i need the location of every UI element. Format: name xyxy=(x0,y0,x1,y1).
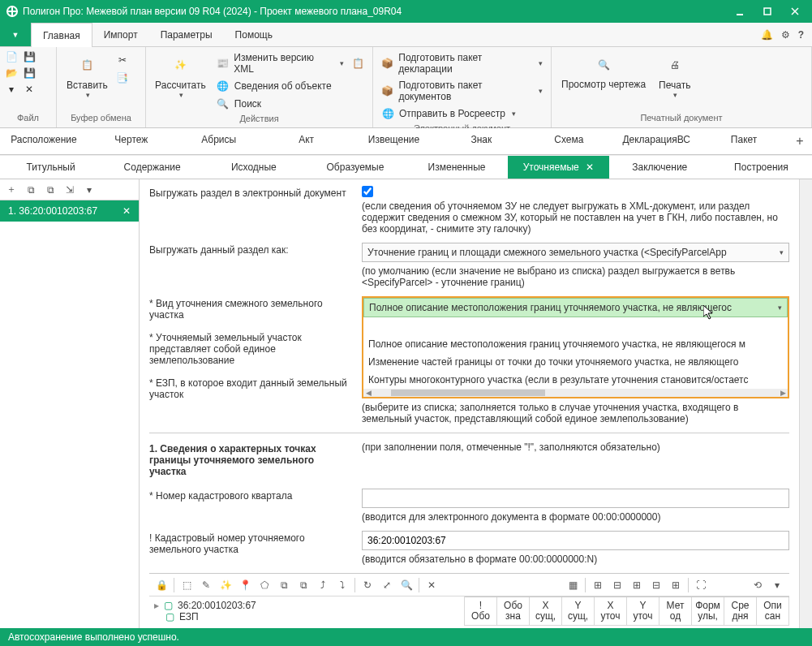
tab-refined[interactable]: Уточняемые✕ xyxy=(508,156,609,179)
tb-i5[interactable]: ⬠ xyxy=(257,578,272,592)
print-button[interactable]: 🖨 Печать▾ xyxy=(654,50,695,101)
dropdown-refine-type-selected[interactable]: Полное описание местоположения границ ут… xyxy=(363,298,788,317)
nav-add-icon[interactable]: ＋ xyxy=(5,183,18,196)
nav-dup-icon[interactable]: ⧉ xyxy=(44,183,57,196)
tb-g4[interactable]: ⊟ xyxy=(649,578,664,592)
tb-i10[interactable]: ↻ xyxy=(360,578,375,592)
copy-icon[interactable]: 📑 xyxy=(116,71,129,84)
grid-col[interactable]: Xуточ xyxy=(595,597,627,626)
tb-fullscreen-icon[interactable]: ⛶ xyxy=(694,578,708,592)
tab-add[interactable]: + xyxy=(788,128,812,154)
tb-i6[interactable]: ⧉ xyxy=(277,578,291,592)
tb-i9[interactable]: ⤵ xyxy=(335,578,350,592)
tb-dd-icon[interactable]: ▾ xyxy=(770,578,784,592)
input-cadnum[interactable] xyxy=(362,531,789,550)
prepare-docs-button[interactable]: 📦Подготовить пакет документов▾ xyxy=(378,78,546,104)
file-menu-button[interactable]: ▼ xyxy=(0,23,31,46)
tab-act[interactable]: Акт xyxy=(263,128,350,154)
tab-contents[interactable]: Содержание xyxy=(101,156,203,179)
search-button[interactable]: 🔍Поиск xyxy=(213,96,367,112)
saveas-icon[interactable]: 💾 xyxy=(23,67,36,80)
tb-i2[interactable]: ✎ xyxy=(199,578,213,592)
grid-col[interactable]: Yсущ, xyxy=(562,597,595,626)
checkbox-export-section[interactable] xyxy=(362,186,373,197)
tab-scheme[interactable]: Схема xyxy=(525,128,612,154)
grid-col[interactable]: Yуточ xyxy=(627,597,659,626)
tb-i11[interactable]: ⤢ xyxy=(380,578,394,592)
dropdown-option-1[interactable]: Полное описание местоположения границ ут… xyxy=(363,335,788,353)
tab-drawing[interactable]: Чертеж xyxy=(88,128,175,154)
tb-i1[interactable]: ⬚ xyxy=(179,578,194,592)
tab-sign[interactable]: Знак xyxy=(437,128,525,154)
tb-i7[interactable]: ⧉ xyxy=(296,578,311,592)
xml-version-button[interactable]: 📰Изменить версию XML▾📋 xyxy=(213,50,367,76)
open-icon[interactable]: 📂 xyxy=(5,67,18,80)
tb-g5[interactable]: ⊞ xyxy=(668,578,683,592)
minimize-button[interactable] xyxy=(729,3,750,19)
select-export-as[interactable]: Уточнение границ и площади смежного земе… xyxy=(362,243,789,262)
tb-i3[interactable]: ✨ xyxy=(218,578,233,592)
grid-col[interactable]: Средня xyxy=(724,597,757,626)
send-rosreestr-button[interactable]: 🌐Отправить в Росреестр▾ xyxy=(378,106,546,122)
dropdown-option-3[interactable]: Контуры многоконтурного участка (если в … xyxy=(363,371,788,389)
grid-col[interactable]: Формулы, xyxy=(692,597,724,626)
nav-item-parcel[interactable]: 1. 36:20:0010203:67 ✕ xyxy=(0,200,139,222)
tb-delete-icon[interactable]: ✕ xyxy=(424,578,439,592)
notifications-icon[interactable]: 🔔 xyxy=(761,29,773,41)
tab-conclusion[interactable]: Заключение xyxy=(609,156,711,179)
close-button[interactable] xyxy=(784,3,806,19)
tab-notice[interactable]: Извещение xyxy=(350,128,438,154)
close-tab-icon[interactable]: ✕ xyxy=(586,162,594,173)
nav-export-icon[interactable]: ⇲ xyxy=(63,183,76,196)
grid-col[interactable]: Xсущ, xyxy=(530,597,562,626)
settings-icon[interactable]: ⚙ xyxy=(781,29,790,41)
tb-lock-icon[interactable]: 🔒 xyxy=(154,578,169,592)
grid-col[interactable]: Обозна xyxy=(497,597,530,626)
xml-extra-icon[interactable]: 📋 xyxy=(352,57,364,70)
tree-row-2[interactable]: ▢ЕЗП xyxy=(154,611,459,622)
dropdown-option-2[interactable]: Изменение частей границы от точки до точ… xyxy=(363,353,788,371)
tab-abris[interactable]: Абрисы xyxy=(175,128,263,154)
menu-tab-main[interactable]: Главная xyxy=(31,23,92,47)
input-quarter[interactable] xyxy=(362,489,789,508)
dropdown-hscroll[interactable]: ◀▶ xyxy=(363,389,788,397)
grid-col[interactable]: Метод xyxy=(659,597,692,626)
nav-item-close-icon[interactable]: ✕ xyxy=(122,205,131,217)
tab-package[interactable]: Пакет xyxy=(700,128,788,154)
tb-i8[interactable]: ⤴ xyxy=(316,578,330,592)
maximize-button[interactable] xyxy=(757,3,778,19)
tb-g1[interactable]: ⊞ xyxy=(591,578,605,592)
tree-row-1[interactable]: ▸▢36:20:0010203:67 xyxy=(154,600,459,611)
tab-source[interactable]: Исходные xyxy=(203,156,304,179)
nav-more-icon[interactable]: ▾ xyxy=(83,183,96,196)
object-info-button[interactable]: 🌐Сведения об объекте xyxy=(213,78,367,94)
nav-copy-icon[interactable]: ⧉ xyxy=(24,183,37,196)
new-icon[interactable]: 📄 xyxy=(5,50,18,63)
tab-changed[interactable]: Измененные xyxy=(406,156,508,179)
tab-title[interactable]: Титульный xyxy=(0,156,101,179)
tab-builds[interactable]: Построения xyxy=(711,156,812,179)
preview-drawing-button[interactable]: 🔍 Просмотр чертежа xyxy=(556,50,651,92)
recent-icon[interactable]: ▾ xyxy=(5,83,18,96)
menu-tab-import[interactable]: Импорт xyxy=(92,23,149,46)
tb-reset-icon[interactable]: ⟲ xyxy=(750,578,765,592)
tab-location[interactable]: Расположение xyxy=(0,128,88,154)
calc-button[interactable]: ✨ Рассчитать▾ xyxy=(151,50,210,101)
tb-g2[interactable]: ⊟ xyxy=(610,578,625,592)
tb-grid-icon[interactable]: ▦ xyxy=(565,578,580,592)
tb-i12[interactable]: 🔍 xyxy=(399,578,414,592)
cut-icon[interactable]: ✂ xyxy=(116,54,129,67)
dropdown-option-blank[interactable] xyxy=(363,317,788,335)
save-icon[interactable]: 💾 xyxy=(23,50,36,63)
tab-formed[interactable]: Образуемые xyxy=(304,156,406,179)
menu-tab-help[interactable]: Помощь xyxy=(224,23,284,46)
grid-col[interactable]: !Обо xyxy=(465,597,497,626)
tb-g3[interactable]: ⊞ xyxy=(629,578,644,592)
grid-col[interactable]: Описан xyxy=(757,597,789,626)
menu-tab-params[interactable]: Параметры xyxy=(149,23,224,46)
tab-declvs[interactable]: ДекларацияВС xyxy=(612,128,700,154)
tb-i4[interactable]: 📍 xyxy=(238,578,252,592)
help-icon[interactable]: ? xyxy=(798,29,804,41)
close-file-icon[interactable]: ✕ xyxy=(23,83,36,96)
vertical-scrollbar[interactable] xyxy=(799,179,812,628)
